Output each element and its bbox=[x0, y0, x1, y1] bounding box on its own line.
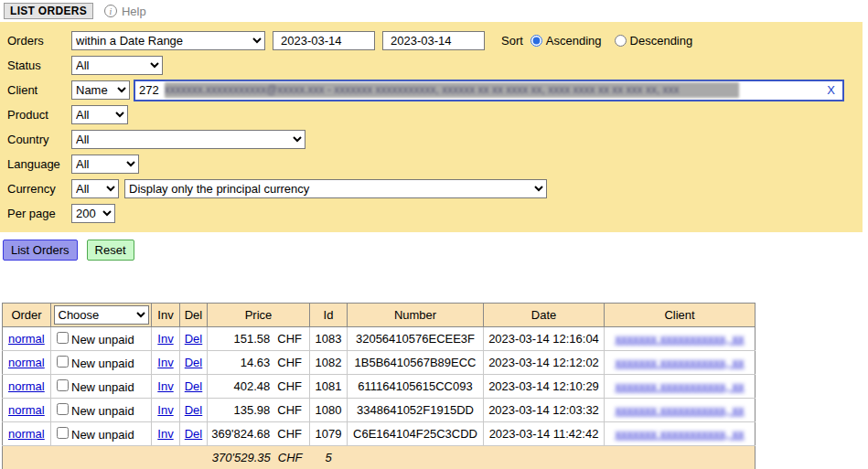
col-header-date: Date bbox=[484, 304, 605, 327]
sort-descending-option[interactable]: Descending bbox=[615, 34, 693, 48]
price-amount: 151.58 bbox=[234, 332, 271, 346]
reset-button[interactable]: Reset bbox=[87, 240, 134, 261]
row-checkbox[interactable] bbox=[57, 403, 69, 415]
date-to-input[interactable]: 2023-03-14 bbox=[382, 31, 485, 50]
number-cell: C6E164104F25C3CDD bbox=[348, 422, 484, 446]
total-amount: 370'529.35 bbox=[212, 451, 271, 464]
table-row: normal New unpaid Inv Del 402.48CHF 1081… bbox=[3, 375, 755, 399]
client-link[interactable]: xxxxxxx xxxxxxxxxxx, xx bbox=[616, 332, 745, 346]
client-link[interactable]: xxxxxxx xxxxxxxxxxx, xx bbox=[616, 403, 745, 417]
clear-client-icon[interactable]: X bbox=[823, 83, 839, 97]
sort-ascending-radio[interactable] bbox=[530, 35, 542, 47]
status-cell: New unpaid bbox=[51, 399, 152, 422]
order-type-link[interactable]: normal bbox=[8, 379, 45, 393]
total-count-cell: 5 bbox=[310, 446, 348, 469]
price-amount: 369'824.68 bbox=[211, 427, 270, 441]
order-type-link[interactable]: normal bbox=[8, 332, 45, 346]
footer-spacer-left bbox=[3, 446, 208, 469]
row-checkbox[interactable] bbox=[57, 427, 69, 439]
sort-ascending-option[interactable]: Ascending bbox=[530, 34, 602, 48]
delete-link[interactable]: Del bbox=[185, 332, 203, 346]
invoice-link[interactable]: Inv bbox=[157, 332, 173, 346]
price-cell: 402.48CHF bbox=[208, 375, 310, 399]
row-checkbox[interactable] bbox=[57, 332, 69, 344]
price-amount: 402.48 bbox=[234, 379, 271, 393]
invoice-link[interactable]: Inv bbox=[157, 379, 173, 393]
number-cell: 611164105615CC093 bbox=[348, 375, 484, 399]
table-row: normal New unpaid Inv Del 135.98CHF 1080… bbox=[3, 399, 755, 422]
status-cell: New unpaid bbox=[51, 375, 152, 399]
price-cell: 14.63CHF bbox=[208, 351, 310, 375]
per-page-select[interactable]: 200 bbox=[71, 204, 115, 223]
col-header-price: Price bbox=[208, 304, 310, 327]
top-bar: LIST ORDERS i Help bbox=[0, 0, 868, 21]
sort-descending-radio[interactable] bbox=[615, 35, 627, 47]
invoice-link[interactable]: Inv bbox=[157, 356, 173, 369]
choose-action-select[interactable]: Choose bbox=[54, 305, 149, 325]
client-link[interactable]: xxxxxxx xxxxxxxxxxx, xx bbox=[616, 356, 745, 369]
status-select[interactable]: All bbox=[71, 56, 163, 75]
order-cell: normal bbox=[3, 327, 51, 351]
id-cell: 1081 bbox=[310, 375, 348, 399]
order-type-link[interactable]: normal bbox=[8, 356, 45, 369]
id-cell: 1082 bbox=[310, 351, 348, 375]
list-orders-button[interactable]: List Orders bbox=[3, 240, 78, 261]
id-cell: 1079 bbox=[310, 422, 348, 446]
status-cell: New unpaid bbox=[51, 422, 152, 446]
delete-link[interactable]: Del bbox=[185, 427, 203, 441]
delete-link[interactable]: Del bbox=[185, 356, 203, 369]
order-cell: normal bbox=[3, 422, 51, 446]
client-searchby-select[interactable]: Name bbox=[71, 80, 130, 100]
price-amount: 14.63 bbox=[241, 356, 271, 369]
filter-row-language: Language All bbox=[7, 152, 855, 176]
price-cell: 369'824.68CHF bbox=[208, 422, 310, 446]
inv-cell: Inv bbox=[152, 351, 180, 375]
delete-link[interactable]: Del bbox=[185, 403, 203, 417]
invoice-link[interactable]: Inv bbox=[157, 427, 173, 441]
sort-descending-label: Descending bbox=[630, 34, 693, 48]
currency-display-select[interactable]: Display only the principal currency bbox=[124, 179, 547, 198]
filter-panel: Orders within a Date Range 2023-03-14 20… bbox=[0, 22, 863, 232]
table-row: normal New unpaid Inv Del 14.63CHF 1082 … bbox=[3, 351, 755, 375]
client-cell: xxxxxxx xxxxxxxxxxx, xx bbox=[605, 351, 755, 375]
order-type-link[interactable]: normal bbox=[8, 403, 45, 417]
footer-spacer-right bbox=[348, 446, 755, 469]
help-link[interactable]: i Help bbox=[104, 5, 146, 18]
orders-range-select[interactable]: within a Date Range bbox=[71, 31, 265, 50]
row-checkbox[interactable] bbox=[57, 379, 69, 391]
col-header-action: Choose bbox=[51, 304, 152, 327]
actions-bar: List Orders Reset bbox=[3, 240, 868, 261]
price-currency: CHF bbox=[277, 332, 302, 346]
inv-cell: Inv bbox=[152, 399, 180, 422]
language-select[interactable]: All bbox=[71, 155, 139, 174]
inv-cell: Inv bbox=[152, 422, 180, 446]
table-row: normal New unpaid Inv Del 369'824.68CHF … bbox=[3, 422, 755, 446]
row-status-label: New unpaid bbox=[71, 380, 134, 394]
number-cell: 32056410576ECEE3F bbox=[348, 327, 484, 351]
row-status-label: New unpaid bbox=[71, 404, 134, 418]
client-link[interactable]: xxxxxxx xxxxxxxxxxx, xx bbox=[616, 379, 745, 393]
row-checkbox[interactable] bbox=[57, 356, 69, 368]
col-header-id: Id bbox=[310, 304, 348, 327]
country-select[interactable]: All bbox=[71, 130, 305, 149]
date-from-input[interactable]: 2023-03-14 bbox=[273, 31, 375, 50]
product-select[interactable]: All bbox=[71, 105, 128, 124]
client-link[interactable]: xxxxxxx xxxxxxxxxxx, xx bbox=[616, 427, 745, 441]
price-cell: 151.58CHF bbox=[208, 327, 310, 351]
delete-link[interactable]: Del bbox=[185, 379, 203, 393]
order-type-link[interactable]: normal bbox=[8, 427, 45, 441]
orders-table: Order Choose Inv Del Price Id Number Dat… bbox=[2, 303, 755, 469]
order-cell: normal bbox=[3, 399, 51, 422]
del-cell: Del bbox=[180, 399, 208, 422]
currency-select[interactable]: All bbox=[71, 179, 119, 198]
page-title: LIST ORDERS bbox=[4, 3, 93, 19]
del-cell: Del bbox=[180, 327, 208, 351]
table-footer-row: 370'529.35CHF 5 bbox=[3, 446, 755, 469]
price-currency: CHF bbox=[277, 379, 302, 393]
invoice-link[interactable]: Inv bbox=[157, 403, 173, 417]
client-cell: xxxxxxx xxxxxxxxxxx, xx bbox=[605, 327, 755, 351]
orders-label: Orders bbox=[7, 34, 71, 48]
row-status-label: New unpaid bbox=[71, 357, 134, 370]
client-cell: xxxxxxx xxxxxxxxxxx, xx bbox=[605, 375, 755, 399]
client-search-input[interactable]: 272 xxxxxxx.xxxxxxxxxxx@xxxxx.xxx - xxxx… bbox=[134, 80, 844, 101]
